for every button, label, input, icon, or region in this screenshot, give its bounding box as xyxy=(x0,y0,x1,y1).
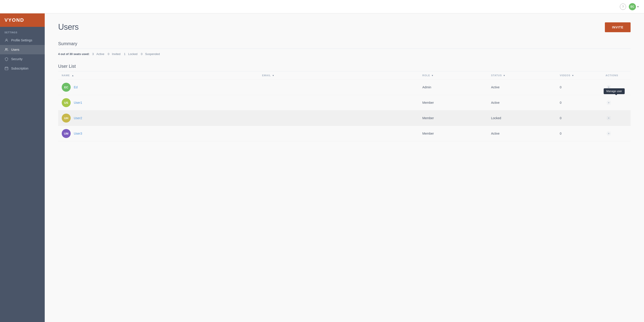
col-header-email[interactable]: EMAIL ▾ xyxy=(258,71,419,80)
user-status-cell: Active xyxy=(488,80,556,95)
sidebar-item-label: Subscription xyxy=(11,67,28,70)
user-name-link[interactable]: Ed xyxy=(74,86,78,89)
manage-user-button[interactable] xyxy=(606,115,612,121)
user-name-cell: EC Ed xyxy=(58,80,258,95)
table-row: US User1 Member Active 0 Manage user xyxy=(58,95,630,110)
invite-button[interactable]: INVITE xyxy=(605,22,630,32)
user-role-cell: Admin xyxy=(419,80,488,95)
avatar: US xyxy=(62,98,71,107)
user-role-cell: Member xyxy=(419,110,488,126)
person-icon xyxy=(4,38,8,42)
col-header-status[interactable]: STATUS ▾ xyxy=(488,71,556,80)
header-right: ? EC ▾ xyxy=(620,3,639,10)
user-videos-cell: 0 xyxy=(556,110,602,126)
stat-active-value: 3 xyxy=(92,52,94,56)
people-icon xyxy=(4,48,8,52)
sidebar-logo: VyonD xyxy=(0,14,45,27)
user-status-cell: Locked xyxy=(488,110,556,126)
summary-title: Summary xyxy=(58,41,630,46)
shield-icon xyxy=(4,57,8,61)
chevron-down-icon: ▾ xyxy=(637,5,639,8)
svg-point-0 xyxy=(6,39,7,40)
svg-point-9 xyxy=(608,118,609,119)
user-videos-cell: 0 xyxy=(556,80,602,95)
user-status-cell: Active xyxy=(488,95,556,110)
stat-locked-value: 1 xyxy=(124,52,126,56)
sort-arrow-role: ▾ xyxy=(432,74,433,77)
gear-icon xyxy=(606,100,611,105)
user-name-link[interactable]: User3 xyxy=(74,132,82,135)
header-avatar: EC xyxy=(629,3,636,10)
avatar: UH xyxy=(62,114,71,122)
sidebar-item-users[interactable]: Users xyxy=(0,45,45,54)
col-header-name[interactable]: NAME ▲ xyxy=(58,71,258,80)
gear-icon xyxy=(606,131,611,136)
user-list-section: User List NAME ▲ EMAIL ▾ xyxy=(58,64,630,141)
user-email-cell xyxy=(258,80,419,95)
user-videos-cell: 0 xyxy=(556,126,602,141)
user-email-cell xyxy=(258,126,419,141)
col-header-role[interactable]: ROLE ▾ xyxy=(419,71,488,80)
avatar: UM xyxy=(62,129,71,138)
svg-point-10 xyxy=(608,133,609,134)
sidebar-section-label: SETTINGS xyxy=(0,27,45,36)
svg-point-1 xyxy=(5,48,6,50)
sidebar-item-label: Security xyxy=(11,57,22,61)
user-email-cell xyxy=(258,95,419,110)
avatar: EC xyxy=(62,83,71,92)
svg-rect-3 xyxy=(5,67,8,70)
col-header-actions: ACTIONS xyxy=(602,71,630,80)
table-row: UM User3 Member Active 0 xyxy=(58,126,630,141)
sort-arrow-email: ▾ xyxy=(272,74,274,77)
table-row: UH User2 Member Locked 0 xyxy=(58,110,630,126)
gear-icon xyxy=(606,116,611,120)
user-status-cell: Active xyxy=(488,126,556,141)
user-name-cell: US User1 xyxy=(58,95,258,110)
sidebar-item-security[interactable]: Security xyxy=(0,54,45,64)
user-actions-cell: Manage user xyxy=(602,95,630,110)
users-table: NAME ▲ EMAIL ▾ ROLE ▾ xyxy=(58,71,630,141)
user-name-cell: UM User3 xyxy=(58,126,258,141)
user-menu-button[interactable]: EC ▾ xyxy=(629,3,639,10)
summary-section: Summary 4 out of 30 seats used: 3 Active… xyxy=(58,41,630,56)
sidebar: VyonD SETTINGS Profile Settings Users xyxy=(0,14,45,322)
user-name-link[interactable]: User1 xyxy=(74,101,82,104)
calendar-icon xyxy=(4,66,8,70)
page-header: Users INVITE xyxy=(58,22,630,32)
sidebar-item-label: Users xyxy=(11,48,20,52)
user-list-title: User List xyxy=(58,64,630,69)
table-header-row: NAME ▲ EMAIL ▾ ROLE ▾ xyxy=(58,71,630,80)
brand-name: VyonD xyxy=(4,17,24,23)
user-actions-cell xyxy=(602,110,630,126)
sidebar-item-label: Profile Settings xyxy=(11,38,32,42)
col-header-videos[interactable]: VIDEOS ▾ xyxy=(556,71,602,80)
help-button[interactable]: ? xyxy=(620,4,626,10)
user-actions-cell xyxy=(602,126,630,141)
svg-point-8 xyxy=(608,102,609,103)
sort-arrow-videos: ▾ xyxy=(572,74,574,77)
manage-user-button[interactable] xyxy=(606,130,612,137)
svg-point-2 xyxy=(7,48,8,50)
user-videos-cell: 0 xyxy=(556,95,602,110)
user-name-link[interactable]: User2 xyxy=(74,116,82,120)
sort-arrow-status: ▾ xyxy=(504,74,505,77)
stat-invited-value: 0 xyxy=(108,52,109,56)
top-header: ? EC ▾ xyxy=(0,0,644,14)
manage-user-button[interactable] xyxy=(606,100,612,106)
table-row: EC Ed Admin Active 0 xyxy=(58,80,630,95)
user-email-cell xyxy=(258,110,419,126)
seats-used-label: 4 out of 30 seats used: xyxy=(58,52,90,56)
main-content: Users INVITE Summary 4 out of 30 seats u… xyxy=(45,14,644,322)
user-role-cell: Member xyxy=(419,126,488,141)
sidebar-item-subscription[interactable]: Subscription xyxy=(0,64,45,73)
svg-point-7 xyxy=(608,87,609,88)
summary-divider xyxy=(58,48,630,49)
sidebar-item-profile-settings[interactable]: Profile Settings xyxy=(0,36,45,45)
sort-arrow-name: ▲ xyxy=(72,74,74,77)
user-role-cell: Member xyxy=(419,95,488,110)
page-title: Users xyxy=(58,22,79,32)
manage-user-tooltip: Manage user xyxy=(604,88,625,94)
user-name-cell: UH User2 xyxy=(58,110,258,126)
stat-suspended-value: 0 xyxy=(141,52,142,56)
summary-stats: 4 out of 30 seats used: 3 Active 0 Invit… xyxy=(58,52,630,56)
